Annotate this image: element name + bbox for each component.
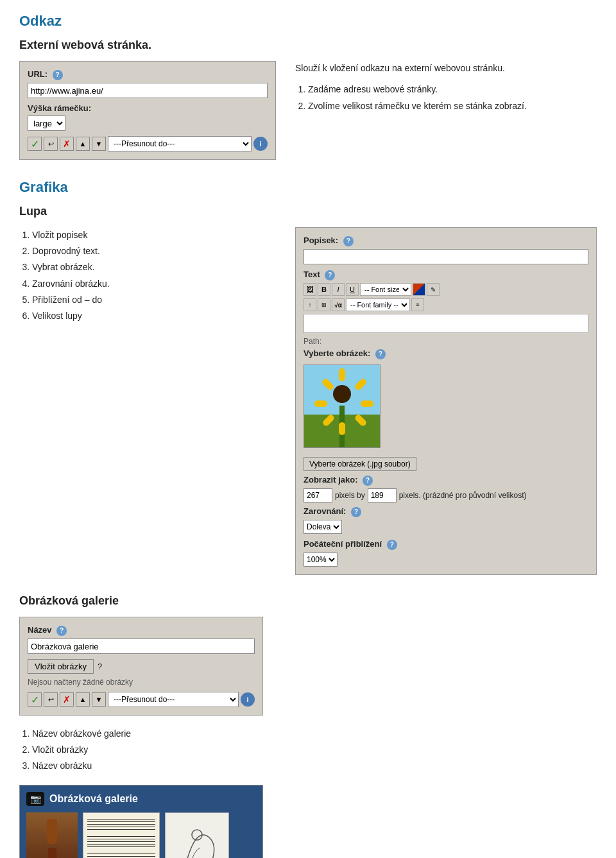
nazev-input[interactable] <box>28 639 255 654</box>
vlozit-btn[interactable]: Vložit obrázky <box>28 659 94 674</box>
pixels-row: pixels by pixels. (prázdné pro původní v… <box>304 488 588 502</box>
odkaz-steps: Zadáme adresu webové stránky. Zvolíme ve… <box>295 82 597 114</box>
lupa-step-1: Vložit popisek <box>32 227 276 243</box>
odkaz-step-2: Zvolíme velikost rámečku ve kterém se st… <box>308 98 597 114</box>
gallery-img-3 <box>165 812 229 858</box>
zobrazit-help-icon[interactable]: ? <box>363 476 373 486</box>
odkaz-layout: URL: ? Výška rámečku: large ✓ ↩ ✗ ▲ ▼ --… <box>19 61 597 160</box>
odkaz-panel-col: URL: ? Výška rámečku: large ✓ ↩ ✗ ▲ ▼ --… <box>19 61 276 160</box>
lupa-steps-col: Vložit popisek Doprovodný text. Vybrat o… <box>19 227 276 575</box>
url-input[interactable] <box>28 83 268 98</box>
galerie-step-1: Název obrázkové galerie <box>32 726 276 742</box>
status-text: Nejsou načteny žádné obrázky <box>28 678 255 687</box>
zarovnani-select[interactable]: Doleva <box>304 520 342 534</box>
lupa-step-4: Zarovnání obrázku. <box>32 276 276 292</box>
grafika-section: Grafika Lupa Vložit popisek Doprovodný t… <box>19 179 597 858</box>
odkaz-title: Odkaz <box>19 13 597 30</box>
galerie-down-btn[interactable]: ▼ <box>92 692 106 707</box>
move-to-select[interactable]: ---Přesunout do--- <box>108 136 252 151</box>
lupa-steps-list: Vložit popisek Doprovodný text. Vybrat o… <box>19 227 276 324</box>
odkaz-toolbar: ✓ ↩ ✗ ▲ ▼ ---Přesunout do--- i <box>28 136 268 151</box>
galerie-undo-btn[interactable]: ↩ <box>44 692 58 707</box>
gallery-preview-header: 📷 Obrázková galerie <box>26 792 256 806</box>
text-help-icon[interactable]: ? <box>325 270 335 280</box>
galerie-layout: Název ? Vložit obrázky ? Nejsou načteny … <box>19 617 597 858</box>
lupa-step-5: Přiblížení od – do <box>32 292 276 308</box>
format-btn[interactable]: ≡ <box>411 298 424 311</box>
editor-toolbar-1: 🖼 B I U -- Font size -- ✎ <box>304 283 588 296</box>
vyberte-help-icon[interactable]: ? <box>375 349 386 359</box>
file-select-btn[interactable]: Vyberte obrázek (.jpg soubor) <box>304 457 416 471</box>
underline-btn[interactable]: U <box>346 283 359 296</box>
vyska-select[interactable]: large <box>28 116 65 131</box>
galerie-move-select[interactable]: ---Přesunout do--- <box>108 692 239 707</box>
lupa-layout: Vložit popisek Doprovodný text. Vybrat o… <box>19 227 597 575</box>
popisek-label: Popisek: ? <box>304 236 588 246</box>
galerie-up-btn[interactable]: ▲ <box>76 692 90 707</box>
odkaz-step-1: Zadáme adresu webové stránky. <box>308 82 597 98</box>
galerie-close-btn[interactable]: ✗ <box>60 692 74 707</box>
gallery-img-1 <box>26 812 78 858</box>
confirm-btn[interactable]: ✓ <box>28 137 42 151</box>
zarovnani-help-icon[interactable]: ? <box>351 507 361 517</box>
info-btn[interactable]: i <box>253 137 268 151</box>
galerie-confirm-btn[interactable]: ✓ <box>28 692 42 707</box>
edit-btn[interactable]: ✎ <box>427 283 440 296</box>
galerie-section: Obrázková galerie Název ? Vložit obrázky… <box>19 594 597 858</box>
camera-icon: 📷 <box>26 792 44 806</box>
priblizeni-label: Počáteční přiblížení ? <box>304 539 588 550</box>
font-size-select[interactable]: -- Font size -- <box>360 283 411 296</box>
gallery-img-2 <box>83 812 160 858</box>
popisek-input[interactable] <box>304 249 588 264</box>
galerie-steps: Název obrázkové galerie Vložit obrázky N… <box>19 726 276 775</box>
bold-btn[interactable]: B <box>318 283 330 296</box>
up-btn[interactable]: ▲ <box>76 137 90 151</box>
width-input[interactable] <box>304 488 332 502</box>
pixels-by-label: pixels by <box>335 491 365 500</box>
url-help-icon[interactable]: ? <box>53 70 63 80</box>
vyska-label: Výška rámečku: <box>28 103 268 113</box>
odkaz-desc-col: Slouží k vložení odkazu na externí webov… <box>295 61 597 160</box>
grafika-title: Grafika <box>19 179 597 196</box>
bottle-2 <box>48 848 56 858</box>
bottle-1 <box>47 819 57 845</box>
vlozit-help-icon[interactable]: ? <box>98 662 102 671</box>
italic-btn[interactable]: I <box>332 283 345 296</box>
lupa-step-6: Velikost lupy <box>32 308 276 324</box>
sheet-music <box>83 813 159 858</box>
odkaz-subtitle: Externí webová stránka. <box>19 39 597 52</box>
galerie-panel: Název ? Vložit obrázky ? Nejsou načteny … <box>19 617 263 716</box>
galerie-toolbar: ✓ ↩ ✗ ▲ ▼ ---Přesunout do--- i <box>28 692 255 707</box>
nazev-label: Název ? <box>28 625 255 636</box>
insert-img-btn[interactable]: 🖼 <box>304 283 316 296</box>
undo-btn[interactable]: ↩ <box>44 137 58 151</box>
popisek-help-icon[interactable]: ? <box>343 236 354 246</box>
editor-toolbar-2: ↑ ⊞ √α -- Font family -- ≡ <box>304 298 588 311</box>
priblizeni-select[interactable]: 100% <box>304 553 338 567</box>
galerie-title: Obrázková galerie <box>19 594 597 608</box>
lupa-panel: Popisek: ? Text ? 🖼 B I <box>295 227 597 575</box>
height-input[interactable] <box>368 488 397 502</box>
galerie-right-col <box>295 617 597 858</box>
gallery-images <box>26 812 256 858</box>
text-editor-area[interactable] <box>304 314 588 333</box>
zobrazit-label: Zobrazit jako: ? <box>304 475 588 486</box>
zarovnani-label: Zarovnání: ? <box>304 506 588 517</box>
color-btn[interactable] <box>413 283 425 296</box>
galerie-info-btn[interactable]: i <box>241 692 255 707</box>
font-family-select[interactable]: -- Font family -- <box>346 298 410 311</box>
down-btn[interactable]: ▼ <box>92 137 106 151</box>
sunflower-image <box>304 365 381 448</box>
vyska-row: large <box>28 116 268 131</box>
gallery-preview-title: Obrázková galerie <box>49 793 138 805</box>
gallery-preview: 📷 Obrázková galerie <box>19 785 263 858</box>
galerie-step-2: Vložit obrázky <box>32 742 276 758</box>
lupa-step-3: Vybrat obrázek. <box>32 259 276 275</box>
close-btn[interactable]: ✗ <box>60 137 74 151</box>
formula-btn[interactable]: √α <box>332 298 345 311</box>
priblizeni-help-icon[interactable]: ? <box>387 540 397 550</box>
nazev-help-icon[interactable]: ? <box>56 626 67 636</box>
url-label: URL: ? <box>28 69 268 80</box>
table-btn[interactable]: ⊞ <box>318 298 330 311</box>
upload-btn[interactable]: ↑ <box>304 298 316 311</box>
